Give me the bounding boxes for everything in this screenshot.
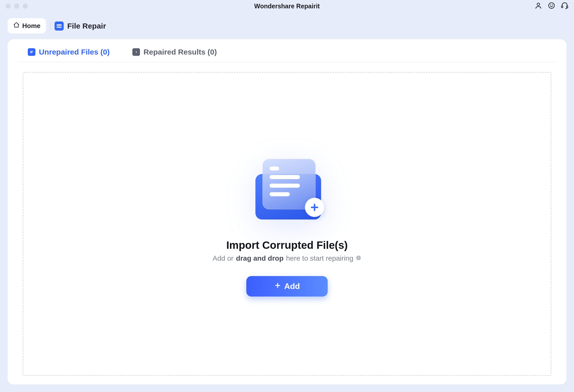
import-illustration — [248, 152, 326, 228]
file-repair-icon — [55, 21, 64, 31]
dropzone[interactable]: Import Corrupted File(s) Add or drag and… — [23, 72, 551, 376]
tab-unrepaired-files[interactable]: Unrepaired Files (0) — [28, 48, 110, 56]
document-icon — [28, 48, 35, 56]
sub-suffix: here to start repairing — [286, 254, 353, 262]
sub-strong: drag and drop — [236, 254, 283, 262]
clock-icon — [132, 48, 140, 56]
plus-icon — [305, 198, 324, 217]
svg-point-3 — [552, 5, 553, 5]
app-title: Wondershare Repairit — [254, 3, 320, 10]
title-actions — [535, 2, 568, 10]
breadcrumb: File Repair — [55, 21, 106, 31]
svg-point-1 — [549, 3, 555, 9]
toolbar: Home File Repair — [0, 12, 574, 36]
breadcrumb-label: File Repair — [67, 22, 106, 30]
tab-label: Unrepaired Files (0) — [39, 48, 110, 56]
svg-rect-13 — [358, 256, 359, 257]
feedback-icon[interactable] — [548, 2, 555, 10]
tab-label: Repaired Results (0) — [144, 48, 217, 56]
info-icon[interactable] — [356, 254, 361, 262]
add-button[interactable]: Add — [246, 276, 328, 297]
support-icon[interactable] — [561, 2, 568, 10]
tab-repaired-results[interactable]: Repaired Results (0) — [132, 48, 217, 56]
home-button[interactable]: Home — [8, 18, 46, 34]
svg-point-0 — [537, 3, 540, 6]
app-window: Wondershare Repairit Home File Repai — [0, 0, 574, 392]
window-controls — [6, 4, 28, 9]
separator — [50, 22, 51, 30]
dropzone-title: Import Corrupted File(s) — [226, 239, 348, 251]
sub-prefix: Add or — [213, 254, 234, 262]
home-icon — [13, 22, 20, 30]
tabs: Unrepaired Files (0) Repaired Results (0… — [18, 39, 556, 62]
add-label: Add — [284, 282, 300, 291]
minimize-window[interactable] — [14, 4, 19, 9]
plus-icon — [274, 282, 281, 291]
zoom-window[interactable] — [23, 4, 28, 9]
close-window[interactable] — [6, 4, 11, 9]
dropzone-container: Import Corrupted File(s) Add or drag and… — [8, 62, 566, 376]
titlebar: Wondershare Repairit — [0, 0, 574, 12]
svg-rect-4 — [562, 6, 563, 8]
main-panel: Unrepaired Files (0) Repaired Results (0… — [8, 39, 566, 384]
home-label: Home — [22, 22, 40, 30]
svg-point-2 — [551, 5, 551, 5]
dropzone-subtitle: Add or drag and drop here to start repai… — [213, 254, 362, 262]
account-icon[interactable] — [535, 2, 542, 10]
svg-rect-12 — [358, 257, 359, 259]
